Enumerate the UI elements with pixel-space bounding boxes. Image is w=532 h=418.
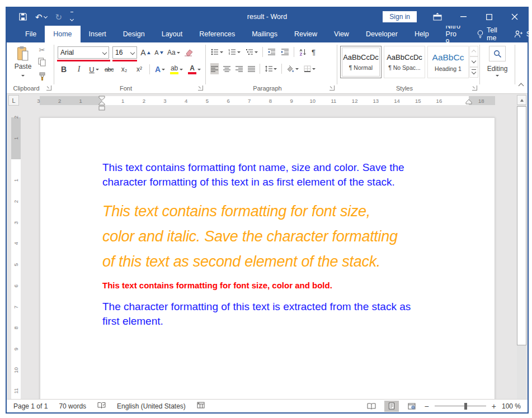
tab-file[interactable]: File (17, 26, 45, 42)
ribbon-display-options-icon[interactable] (425, 8, 450, 26)
borders-button[interactable] (303, 63, 316, 74)
tab-nitro-pro[interactable]: Nitro Pro 9 (437, 26, 469, 42)
paragraph[interactable]: This text contains formatting for font s… (102, 280, 465, 291)
decrease-indent-button[interactable] (267, 46, 276, 58)
paste-button[interactable]: Paste (12, 46, 34, 78)
collapse-ribbon-icon[interactable] (519, 80, 523, 90)
tab-insert[interactable]: Insert (81, 26, 115, 42)
line-spacing-button[interactable] (264, 63, 277, 74)
tab-help[interactable]: Help (406, 26, 437, 42)
vertical-scrollbar[interactable] (517, 95, 526, 399)
tab-references[interactable]: References (191, 26, 243, 42)
font-size-combobox[interactable]: 16 (112, 46, 137, 59)
shading-button[interactable] (286, 63, 299, 74)
increase-indent-button[interactable] (280, 46, 290, 58)
justify-button[interactable] (247, 63, 256, 74)
share-button[interactable]: Share (506, 26, 532, 42)
strikethrough-button[interactable]: abc (104, 64, 114, 75)
style-card[interactable]: AaBbCcDc ¶ No Spac... (384, 46, 425, 78)
tab-mailings[interactable]: Mailings (243, 26, 286, 42)
zoom-in-button[interactable]: + (492, 402, 496, 410)
tab-developer[interactable]: Developer (357, 26, 406, 42)
paragraph[interactable]: The character formatting of this text is… (102, 300, 465, 329)
tab-stop-selector[interactable]: L (8, 95, 19, 106)
tab-review[interactable]: Review (286, 26, 326, 42)
maximize-button[interactable] (476, 8, 502, 26)
tab-home[interactable]: Home (45, 26, 80, 42)
grow-font-button[interactable]: A (140, 47, 150, 58)
page-indicator[interactable]: Page 1 of 1 (13, 402, 48, 410)
copy-icon[interactable] (38, 58, 46, 69)
zoom-slider[interactable] (435, 402, 486, 410)
font-dialog-launcher-icon[interactable] (198, 86, 203, 91)
cut-icon[interactable]: ✂ (39, 46, 45, 54)
proofing-icon[interactable] (97, 402, 106, 411)
style-card[interactable]: AaBbCcDc ¶ Normal (340, 46, 382, 78)
tab-layout[interactable]: Layout (153, 26, 191, 42)
font-name-combobox[interactable]: Arial (58, 46, 109, 59)
font-color-button[interactable]: A (188, 64, 201, 75)
editing-group: Editing (480, 42, 515, 93)
save-icon[interactable] (19, 13, 27, 21)
read-mode-button[interactable] (364, 401, 379, 412)
web-layout-button[interactable] (404, 401, 419, 412)
vertical-ruler[interactable]: 21 1234567891011 (11, 117, 21, 399)
multilevel-list-button[interactable] (245, 46, 258, 58)
zoom-percentage[interactable]: 100 % (502, 402, 521, 410)
clipboard-group: Paste ✂ Clipboard (7, 42, 54, 93)
paragraph-dialog-launcher-icon[interactable] (329, 86, 335, 91)
word-count[interactable]: 70 words (59, 402, 86, 410)
style-card[interactable]: AaBbCc Heading 1 (427, 46, 469, 78)
styles-scroll-down-icon[interactable] (469, 56, 478, 67)
numbering-button[interactable] (228, 46, 241, 58)
styles-scroll-up-icon[interactable] (469, 46, 478, 56)
scrollbar-thumb[interactable] (517, 106, 526, 345)
styles-dialog-launcher-icon[interactable] (472, 86, 477, 91)
bold-button[interactable]: B (59, 64, 69, 75)
shrink-font-button[interactable]: A (154, 47, 164, 58)
align-left-button[interactable] (210, 63, 219, 74)
ruler-number: 4 (13, 242, 19, 245)
paragraph[interactable]: This text contains formatting font name,… (102, 160, 465, 189)
tab-view[interactable]: View (326, 26, 357, 42)
scroll-up-icon[interactable] (517, 95, 526, 105)
close-button[interactable] (502, 8, 528, 26)
format-painter-icon[interactable] (39, 72, 46, 83)
zoom-out-button[interactable]: − (425, 402, 429, 410)
change-case-button[interactable]: Aa (167, 47, 180, 58)
macro-record-icon[interactable] (197, 402, 205, 410)
show-formatting-marks-button[interactable]: ¶ (311, 46, 316, 58)
align-center-button[interactable] (223, 63, 231, 74)
language-indicator[interactable]: English (United States) (117, 402, 186, 410)
ruler-number: 1 (112, 96, 134, 105)
sort-button[interactable] (298, 46, 307, 58)
italic-button[interactable]: I (74, 64, 84, 75)
align-right-button[interactable] (235, 63, 243, 74)
sign-in-button[interactable]: Sign in (383, 11, 417, 22)
text-effects-button[interactable]: A (155, 64, 165, 75)
ruler-number: 7 (239, 96, 260, 105)
underline-button[interactable]: U (89, 64, 99, 75)
clear-formatting-button[interactable] (183, 47, 194, 58)
clipboard-dialog-launcher-icon[interactable] (46, 86, 51, 91)
tab-design[interactable]: Design (115, 26, 153, 42)
editing-find-button[interactable] (489, 46, 506, 61)
right-indent-marker[interactable] (465, 99, 472, 104)
document-page[interactable]: This text contains formatting font name,… (40, 117, 495, 399)
subscript-button[interactable]: x₂ (119, 64, 129, 75)
customize-qat-icon[interactable] (70, 12, 73, 22)
share-person-icon (514, 30, 523, 38)
minimize-button[interactable] (450, 8, 476, 26)
styles-more-icon[interactable] (469, 67, 478, 78)
horizontal-ruler[interactable]: L 321 1234567891011121314151618 (7, 94, 528, 107)
print-layout-button[interactable] (384, 401, 399, 412)
tab-tell-me[interactable]: Tell me (469, 26, 506, 42)
bullets-button[interactable] (210, 46, 224, 58)
paragraph[interactable]: This text contains formatting for font s… (102, 199, 465, 274)
editing-menu-button[interactable]: Editing (480, 65, 515, 73)
lightbulb-icon (477, 30, 483, 39)
undo-icon[interactable]: ↶ (35, 13, 47, 21)
text-highlight-button[interactable]: ab (170, 64, 183, 75)
zoom-slider-thumb[interactable] (464, 403, 467, 410)
superscript-button[interactable]: x² (134, 64, 144, 75)
